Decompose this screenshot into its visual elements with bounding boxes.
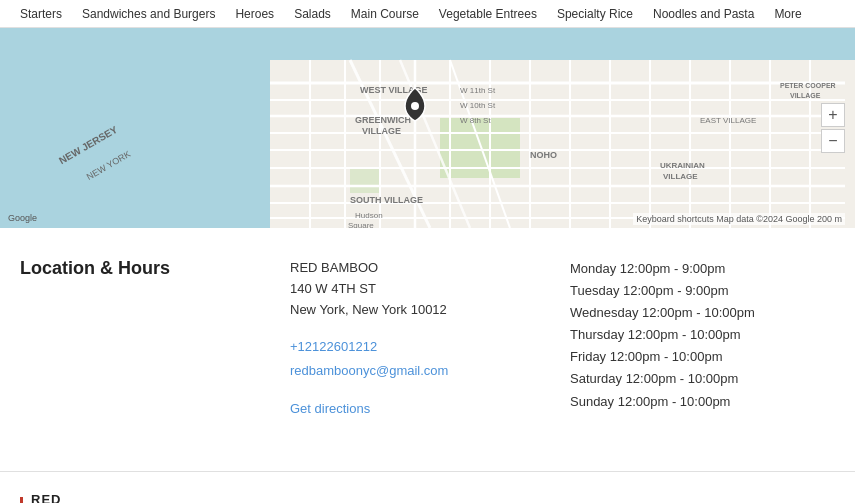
nav-item-sandwiches[interactable]: Sandwiches and Burgers [72, 0, 225, 28]
map-attribution: Keyboard shortcuts Map data ©2024 Google… [633, 213, 845, 225]
map[interactable]: NEW JERSEY NEW YORK WEST VILLAGE GREENWI… [0, 28, 855, 228]
email-link[interactable]: redbamboonyc@gmail.com [290, 359, 550, 382]
zoom-in-button[interactable]: + [821, 103, 845, 127]
hours-sunday: Sunday 12:00pm - 10:00pm [570, 391, 835, 413]
svg-rect-0 [0, 28, 270, 228]
logo-line1: RED [31, 492, 61, 503]
nav-item-main-course[interactable]: Main Course [341, 0, 429, 28]
zoom-out-button[interactable]: − [821, 129, 845, 153]
svg-rect-4 [350, 168, 380, 193]
hours-saturday: Saturday 12:00pm - 10:00pm [570, 368, 835, 390]
address-column: RED BAMBOO 140 W 4TH ST New York, New Yo… [290, 258, 570, 421]
hours-column: Monday 12:00pm - 9:00pm Tuesday 12:00pm … [570, 258, 835, 421]
nav-item-noodles[interactable]: Noodles and Pasta [643, 0, 764, 28]
hours-wednesday: Wednesday 12:00pm - 10:00pm [570, 302, 835, 324]
location-hours-title: Location & Hours [20, 258, 290, 421]
svg-point-49 [411, 102, 419, 110]
hours-tuesday: Tuesday 12:00pm - 9:00pm [570, 280, 835, 302]
google-logo: Google [8, 213, 37, 223]
business-name: RED BAMBOO [290, 258, 550, 279]
phone-link[interactable]: +12122601212 [290, 335, 550, 358]
address-line1: 140 W 4TH ST [290, 279, 550, 300]
footer: RED BAM BOO f ◎ ✕ [0, 471, 855, 503]
svg-text:SOUTH VILLAGE: SOUTH VILLAGE [350, 195, 423, 205]
svg-text:VILLAGE: VILLAGE [790, 92, 821, 99]
hours-monday: Monday 12:00pm - 9:00pm [570, 258, 835, 280]
address-line2: New York, New York 10012 [290, 300, 550, 321]
svg-text:PETER COOPER: PETER COOPER [780, 82, 836, 89]
svg-text:W 8th St: W 8th St [460, 116, 491, 125]
svg-rect-1 [270, 28, 855, 60]
svg-text:W 11th St: W 11th St [460, 86, 496, 95]
svg-text:UKRAINIAN: UKRAINIAN [660, 161, 705, 170]
svg-text:W 10th St: W 10th St [460, 101, 496, 110]
footer-logo: RED BAM BOO [20, 492, 64, 503]
svg-text:GREENWICH: GREENWICH [355, 115, 411, 125]
svg-text:Hudson: Hudson [355, 211, 383, 220]
svg-text:Square: Square [348, 221, 374, 228]
map-zoom-controls: + − [821, 103, 845, 153]
hours-friday: Friday 12:00pm - 10:00pm [570, 346, 835, 368]
svg-text:NOHO: NOHO [530, 150, 557, 160]
nav-item-vegetable-entrees[interactable]: Vegetable Entrees [429, 0, 547, 28]
svg-text:VILLAGE: VILLAGE [663, 172, 698, 181]
logo-bar [20, 497, 23, 503]
hours-thursday: Thursday 12:00pm - 10:00pm [570, 324, 835, 346]
get-directions-link[interactable]: Get directions [290, 397, 550, 420]
logo-text: RED BAM BOO [31, 492, 64, 503]
navigation: Starters Sandwiches and Burgers Heroes S… [0, 0, 855, 28]
svg-text:EAST VILLAGE: EAST VILLAGE [700, 116, 756, 125]
svg-text:VILLAGE: VILLAGE [362, 126, 401, 136]
nav-item-heroes[interactable]: Heroes [225, 0, 284, 28]
nav-item-salads[interactable]: Salads [284, 0, 341, 28]
nav-item-starters[interactable]: Starters [10, 0, 72, 28]
nav-item-specialty-rice[interactable]: Specialty Rice [547, 0, 643, 28]
info-section: Location & Hours RED BAMBOO 140 W 4TH ST… [0, 228, 855, 451]
nav-item-more[interactable]: More [764, 0, 811, 28]
